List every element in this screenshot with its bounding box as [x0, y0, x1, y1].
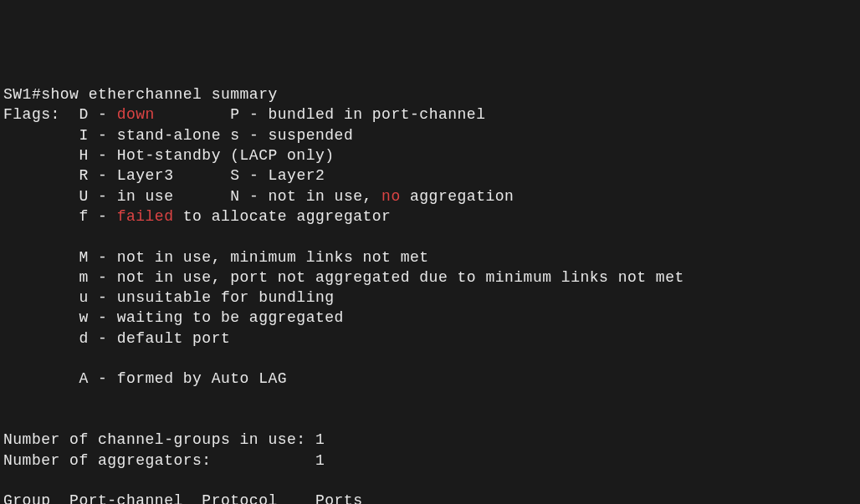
flag-s-code: s: [230, 127, 239, 144]
flag-R-desc: Layer3: [117, 167, 174, 184]
flags-label: Flags:: [3, 106, 60, 123]
flag-A-code: A: [79, 370, 88, 387]
flag-w-code: w: [79, 309, 88, 326]
flag-s-desc: suspended: [269, 127, 354, 144]
flag-N-desc-post: aggregation: [401, 188, 514, 205]
flag-u-desc: unsuitable for bundling: [117, 289, 335, 306]
flag-N-code: N: [230, 188, 239, 205]
channel-groups-value: 1: [315, 431, 325, 448]
flag-m-code: m: [79, 269, 88, 286]
aggregators-label: Number of aggregators:: [3, 452, 315, 469]
flag-N-desc-pre: not in use,: [268, 188, 381, 205]
flag-U-code: U: [79, 188, 88, 205]
flag-D-code: D: [79, 106, 88, 123]
flag-N-highlight: no: [381, 188, 401, 205]
flag-P-desc: bundled in port-channel: [269, 106, 486, 123]
prompt: SW1#: [3, 86, 41, 103]
aggregators-value: 1: [315, 452, 325, 469]
flag-U-desc: in use: [117, 188, 174, 205]
flag-d-code: d: [79, 330, 88, 347]
flag-f-desc-post: to allocate aggregator: [173, 208, 391, 225]
terminal-output: SW1#show etherchannel summary Flags: D -…: [3, 86, 760, 504]
flag-f-highlight: failed: [117, 208, 174, 225]
flag-A-desc: formed by Auto LAG: [117, 370, 287, 387]
channel-groups-label: Number of channel-groups in use:: [3, 431, 315, 448]
flag-w-desc: waiting to be aggregated: [117, 309, 344, 326]
flag-I-code: I: [79, 127, 88, 144]
flag-u-code: u: [79, 289, 88, 306]
flag-R-code: R: [79, 167, 88, 184]
flag-D-highlight: down: [117, 106, 155, 123]
flag-M-code: M: [79, 249, 88, 266]
command: show etherchannel summary: [41, 86, 278, 103]
flag-S-code: S: [230, 167, 239, 184]
flag-H-desc: Hot-standby (LACP only): [117, 147, 335, 164]
flag-f-code: f: [79, 208, 88, 225]
flag-H-code: H: [79, 147, 88, 164]
flag-m-desc: not in use, port not aggregated due to m…: [117, 269, 684, 286]
flag-S-desc: Layer2: [268, 167, 325, 184]
flag-d-desc: default port: [117, 330, 231, 347]
flag-M-desc: not in use, minimum links not met: [117, 249, 429, 266]
table-header: Group Port-channel Protocol Ports: [3, 492, 362, 504]
flag-I-desc: stand-alone: [117, 127, 221, 144]
flag-P-code: P: [230, 106, 239, 123]
